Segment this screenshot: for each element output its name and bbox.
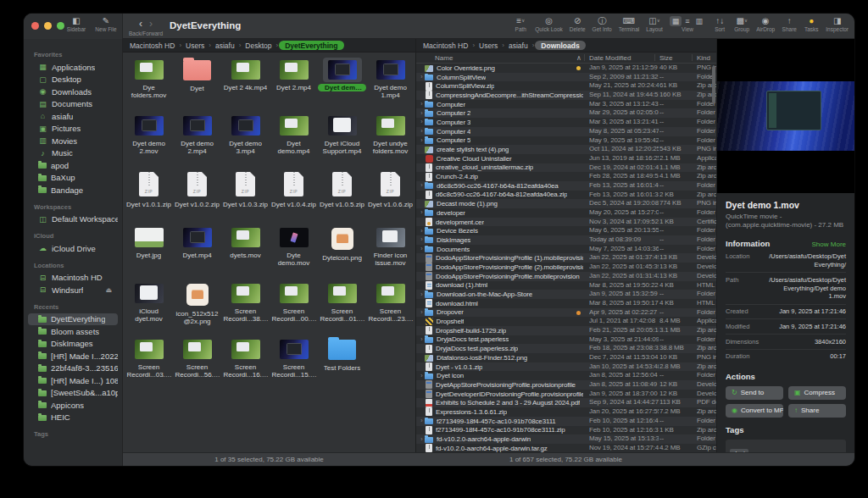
action-button-share[interactable]: ↑Share (788, 404, 846, 418)
file-item-dyet-2-4k-mp4[interactable]: Dyet 2 4k.mp4 (221, 58, 270, 113)
close-button[interactable] (31, 22, 39, 30)
breadcrumb-item-macintosh-hd[interactable]: Macintosh HD (126, 42, 178, 50)
file-item-dyet-demo-3-mp4[interactable]: Dyet demo 3.mp4 (221, 113, 270, 169)
list-row-computer[interactable]: ›ComputerMar 3, 2025 at 13:12:43--Folder (416, 100, 716, 109)
list-row-dtafalonso-ios8-finder-512-png[interactable]: Dtafalonso-ios8-Finder.512.pngDec 7, 202… (416, 353, 716, 362)
view-segment-0-icon[interactable]: ▦ (670, 16, 682, 26)
file-item-screen-recordi-38-mov[interactable]: Screen Recordi...38.mov (221, 281, 270, 337)
sidebar-item-dyeteverything[interactable]: DyetEverything (28, 313, 118, 326)
list-row-fd-v10-2-0-aarch64-apple-darwin[interactable]: ›fd-v10.2.0-aarch64-apple-darwinMay 15, … (416, 434, 716, 444)
list-row-download-1-html[interactable]: download (1).htmlMar 8, 2025 at 19:50:22… (416, 281, 716, 290)
sidebar-item-bandage[interactable]: Bandage (28, 184, 118, 196)
list-row-device-bezels[interactable]: ›Device BezelsMay 6, 2025 at 20:13:55--F… (416, 226, 716, 235)
sidebar-item-applications[interactable]: ▦Applications (28, 61, 118, 74)
back-button[interactable]: ‹ (136, 18, 146, 30)
column-header-kind[interactable]: Kind (697, 54, 710, 62)
disclosure-icon[interactable]: › (419, 290, 425, 299)
list-row-expressions-1-3-6-61-zip[interactable]: Expressions-1.3.6.61.zipJan 20, 2025 at … (416, 407, 716, 417)
file-item-dyet[interactable]: Dyet (173, 58, 221, 113)
file-item-screen-recordi-03-mov[interactable]: Screen Recordi...03.mov (125, 337, 173, 393)
file-item-dyteicon-png[interactable]: Dyteicon.png (318, 225, 366, 281)
file-item-dyet-demo-2-mp4[interactable]: Dyet demo 2.mp4 (173, 113, 221, 169)
list-row-creative-cloud-uninstaller[interactable]: Creative Cloud UninstallerJun 13, 2019 a… (416, 154, 716, 163)
disclosure-icon[interactable]: › (419, 308, 425, 317)
file-item-dyet-icloud-support-mp4[interactable]: Dyet iCloud Support.mp4 (318, 113, 366, 169)
tool-sort[interactable]: ↑↓Sort (710, 15, 729, 32)
sidebar-item-documents[interactable]: ▤Documents (28, 98, 118, 111)
file-item-screen-recordi-23-mov[interactable]: Screen Recordi...23.mov (366, 281, 415, 337)
column-header-date-modified[interactable]: Date Modified (589, 54, 631, 62)
breadcrumb-item-desktop[interactable]: Desktop (242, 42, 275, 50)
list-row-computer-2[interactable]: ›Computer 2Mar 29, 2025 at 02:05:03--Fol… (416, 108, 716, 118)
file-item-dyets-mov[interactable]: dyets.mov (221, 225, 270, 281)
list-row-dyet-icon[interactable]: ›Dyet iconJan 8, 2025 at 12:56:04--Folde… (416, 371, 716, 380)
breadcrumb-item-asiafu[interactable]: asiafu (212, 42, 238, 50)
list-row-dropover[interactable]: ›DropoverApr 9, 2025 at 02:22:27--Folder (416, 308, 716, 318)
breadcrumb-item-users[interactable]: Users (476, 42, 501, 50)
disclosure-icon[interactable]: › (419, 127, 425, 136)
file-item-dyet-v1-0-3-zip[interactable]: ZIPDyet v1.0.3.zip (221, 169, 270, 225)
list-row-f2713499-18f4-457c-ac10-91b708ce3111-zip[interactable]: f2713499-18f4-457c-ac10-91b708ce3111.zip… (416, 426, 716, 435)
forward-button[interactable]: › (146, 18, 156, 30)
disclosure-icon[interactable]: › (419, 372, 425, 380)
disclosure-icon[interactable]: › (419, 136, 425, 145)
tool-quick-look[interactable]: ◎Quick Look (533, 15, 565, 32)
breadcrumb-item-users[interactable]: Users (182, 42, 208, 50)
sidebar-item-macintosh-hd[interactable]: ⊟Macintosh HD (28, 272, 118, 285)
disclosure-icon[interactable]: › (419, 118, 425, 126)
disclosure-icon[interactable]: › (419, 335, 425, 344)
list-row-compressinganddecompre-ithstreamcompression-zip[interactable]: CompressingAndDecompre...ithStreamCompre… (416, 91, 716, 100)
sidebar-item-hr-made-i-2022-1080p[interactable]: [HR] Made I...2022) 1080p (28, 350, 118, 362)
file-item-screen-recordi-01-mov[interactable]: Screen Recordi...01.mov (318, 281, 366, 337)
file-item-dyet-demo-2-mov[interactable]: Dyet demo 2.mov (125, 113, 173, 169)
disclosure-icon[interactable]: › (419, 109, 425, 118)
tag-chip-dyet[interactable]: dyet (730, 449, 748, 452)
sidebar-item-diskimages[interactable]: DiskImages (28, 338, 118, 351)
list-row-dryjadocs-test-paperless[interactable]: ›DryjaDocs test.paperlessMay 3, 2025 at … (416, 335, 716, 345)
tool-layout[interactable]: ◫∨Layout (644, 15, 665, 32)
show-more-link[interactable]: Show More (812, 241, 846, 248)
file-item-dyet-demo-1-mov[interactable]: Dyet demo 1.mov (318, 58, 366, 113)
file-item-dyet-2-mp4[interactable]: Dyet 2.mp4 (270, 58, 318, 113)
file-item-screen-recordi-16-mov[interactable]: Screen Recordi...16.mov (221, 337, 270, 393)
list-row-documents[interactable]: ›DocumentsMay 7, 2025 at 14:03:36--Folde… (416, 245, 716, 254)
list-row-creative-cloud-uninstallermac-zip[interactable]: creative_cloud_uninstallermac.zipDec 19,… (416, 163, 716, 173)
sidebar-toggle-button[interactable]: ◧ Sidebar (63, 15, 90, 32)
list-row-computer-4[interactable]: ›Computer 4May 8, 2025 at 05:23:47--Fold… (416, 127, 716, 136)
file-item-dyet-mp4[interactable]: Dyet.mp4 (173, 225, 221, 281)
eject-icon[interactable]: ⏏ (105, 286, 112, 294)
disclosure-icon[interactable]: › (419, 181, 425, 190)
list-row-dodoappstoreprovisioningprofile-1-mobileprovision[interactable]: DodoAppStoreProvisioningProfile (1).mobi… (416, 253, 716, 263)
tool-group[interactable]: ▩∨Group (732, 15, 751, 32)
sidebar-item-bloom-assets[interactable]: Bloom assets (28, 325, 118, 338)
file-item-dyet-jpg[interactable]: Dyet.jpg (125, 225, 173, 281)
file-item-dyet-v1-0-6-zip[interactable]: ZIPDyet v1.0.6.zip (366, 169, 415, 225)
list-row-color-overrides-png[interactable]: Color Overrides.pngJan 9, 2025 at 21:12:… (416, 64, 716, 73)
sidebar-item-desktop[interactable]: ▢Desktop (28, 74, 118, 86)
list-row-computer-3[interactable]: ›Computer 3Mar 3, 2025 at 13:21:41--Fold… (416, 118, 716, 127)
list-row-dodoappstoreprovisioningprofile-2-mobileprovision[interactable]: DodoAppStoreProvisioningProfile (2).mobi… (416, 263, 716, 272)
sidebar-item-baxup[interactable]: BaXup (28, 172, 118, 185)
sidebar-item-sweetsub-a10p-1080p[interactable]: [SweetSub&...a10p_1080p] (28, 387, 118, 400)
sidebar-item-default-workspace[interactable]: ◫Default Workspace (28, 213, 118, 226)
sidebar-item-22bf4af8-3-235160b233[interactable]: 22bf4af8-3...235160b233 (28, 362, 118, 375)
list-row-developer[interactable]: ›developerMay 20, 2025 at 15:27:03--Fold… (416, 208, 716, 218)
list-row-dodoappstoreprovisioningprofile-mobileprovision[interactable]: DodoAppStoreProvisioningProfile.mobilepr… (416, 272, 716, 281)
sidebar-item-pictures[interactable]: ▣Pictures (28, 123, 118, 136)
sidebar-item-icloud-drive[interactable]: ☁iCloud Drive (28, 242, 118, 255)
file-item-dyet-v1-0-1-zip[interactable]: ZIPDyet v1.0.1.zip (125, 169, 173, 225)
sidebar-item-heic[interactable]: HEIC (28, 412, 118, 424)
list-row-exhibits-to-schedule-2-and-3-29-august-2024-pdf[interactable]: Exhibits to Schedule 2 and 3 - 29 August… (416, 398, 716, 407)
new-file-button[interactable]: ✎ New File (92, 15, 120, 32)
file-item-icloud-dyet-mov[interactable]: iCloud dyet.mov (125, 281, 173, 337)
disclosure-icon[interactable]: › (419, 100, 425, 108)
action-button-send-to[interactable]: ↻Send to (726, 386, 783, 400)
column-header-name[interactable]: Name (435, 54, 453, 62)
file-item-dyet-undye-folders-mov[interactable]: Dyet undye folders.mov (366, 113, 415, 169)
file-item-icon-512x512-2x-png[interactable]: icon_512x512@2x.png (173, 281, 221, 337)
disclosure-icon[interactable]: › (419, 245, 425, 253)
list-row-columnsplitview[interactable]: ›ColumnSplitViewSep 2, 2009 at 11:21:32-… (416, 73, 716, 82)
tool-tasks[interactable]: ●Tasks (802, 15, 821, 32)
sidebar-item-asiafu[interactable]: ⌂asiafu (28, 110, 118, 123)
sidebar-item-appicons[interactable]: Appicons (28, 399, 118, 412)
